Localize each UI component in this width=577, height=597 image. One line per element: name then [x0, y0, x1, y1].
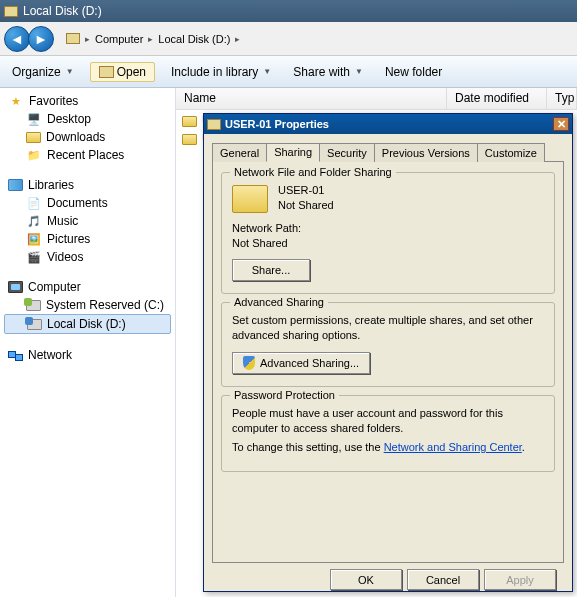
sidebar-computer[interactable]: Computer	[0, 278, 175, 296]
back-button[interactable]: ◄	[4, 26, 30, 52]
folder-icon	[232, 185, 268, 213]
toolbar: Organize▼ Open Include in library▼ Share…	[0, 56, 577, 88]
sidebar-downloads[interactable]: Downloads	[0, 128, 175, 146]
sidebar-videos[interactable]: 🎬Videos	[0, 248, 175, 266]
tab-previous-versions[interactable]: Previous Versions	[374, 143, 478, 162]
share-name: USER-01	[278, 183, 334, 198]
fieldset-advanced-sharing: Advanced Sharing Set custom permissions,…	[221, 302, 555, 388]
sidebar-favorites[interactable]: ★Favorites	[0, 92, 175, 110]
sidebar-desktop[interactable]: 🖥️Desktop	[0, 110, 175, 128]
col-type[interactable]: Typ	[547, 88, 577, 109]
shield-icon	[243, 356, 255, 370]
sidebar-documents[interactable]: 📄Documents	[0, 194, 175, 212]
window-titlebar: Local Disk (D:)	[0, 0, 577, 22]
advanced-sharing-desc: Set custom permissions, create multiple …	[232, 313, 544, 343]
cancel-button[interactable]: Cancel	[407, 569, 479, 590]
fieldset-legend: Advanced Sharing	[230, 296, 328, 308]
share-status: Not Shared	[278, 198, 334, 213]
fieldset-legend: Password Protection	[230, 389, 339, 401]
tab-customize[interactable]: Customize	[477, 143, 545, 162]
breadcrumb[interactable]: ▸ Computer ▸ Local Disk (D:) ▸	[62, 31, 246, 47]
network-path-label: Network Path:	[232, 221, 544, 236]
password-desc-1: People must have a user account and pass…	[232, 406, 544, 436]
forward-button[interactable]: ►	[28, 26, 54, 52]
fieldset-legend: Network File and Folder Sharing	[230, 166, 396, 178]
nav-row: ◄ ► ▸ Computer ▸ Local Disk (D:) ▸	[0, 22, 577, 56]
sidebar-recent[interactable]: 📁Recent Places	[0, 146, 175, 164]
folder-icon	[4, 6, 18, 17]
breadcrumb-root[interactable]: Computer	[95, 33, 143, 45]
folder-icon	[99, 66, 114, 78]
ok-button[interactable]: OK	[330, 569, 402, 590]
tab-strip: General Sharing Security Previous Versio…	[212, 143, 564, 162]
window-title: Local Disk (D:)	[23, 4, 102, 18]
breadcrumb-loc[interactable]: Local Disk (D:)	[158, 33, 230, 45]
tab-sharing[interactable]: Sharing	[266, 143, 320, 162]
col-date[interactable]: Date modified	[447, 88, 547, 109]
share-with-button[interactable]: Share with▼	[287, 62, 369, 82]
close-button[interactable]: ✕	[553, 117, 569, 131]
sidebar-pictures[interactable]: 🖼️Pictures	[0, 230, 175, 248]
fieldset-password-protection: Password Protection People must have a u…	[221, 395, 555, 472]
nav-sidebar: ★Favorites 🖥️Desktop Downloads 📁Recent P…	[0, 88, 176, 597]
network-sharing-center-link[interactable]: Network and Sharing Center	[384, 441, 522, 453]
col-name[interactable]: Name	[176, 88, 447, 109]
include-library-button[interactable]: Include in library▼	[165, 62, 277, 82]
password-desc-2: To change this setting, use the Network …	[232, 440, 544, 455]
sidebar-network[interactable]: Network	[0, 346, 175, 364]
dialog-button-row: OK Cancel Apply	[212, 563, 564, 590]
share-button[interactable]: Share...	[232, 259, 310, 281]
advanced-sharing-button[interactable]: Advanced Sharing...	[232, 352, 370, 374]
folder-icon	[66, 33, 80, 44]
dialog-titlebar: USER-01 Properties ✕	[204, 114, 572, 134]
network-path-value: Not Shared	[232, 236, 544, 251]
folder-icon	[207, 119, 221, 130]
column-headers: Name Date modified Typ	[176, 88, 577, 110]
dialog-title: USER-01 Properties	[225, 118, 329, 130]
tab-security[interactable]: Security	[319, 143, 375, 162]
new-folder-button[interactable]: New folder	[379, 62, 448, 82]
organize-button[interactable]: Organize▼	[6, 62, 80, 82]
sidebar-local-disk-d[interactable]: Local Disk (D:)	[4, 314, 171, 334]
sidebar-libraries[interactable]: Libraries	[0, 176, 175, 194]
tab-general[interactable]: General	[212, 143, 267, 162]
sidebar-music[interactable]: 🎵Music	[0, 212, 175, 230]
fieldset-network-sharing: Network File and Folder Sharing USER-01 …	[221, 172, 555, 294]
tab-panel-sharing: Network File and Folder Sharing USER-01 …	[212, 161, 564, 563]
sidebar-system-reserved[interactable]: System Reserved (C:)	[0, 296, 175, 314]
apply-button[interactable]: Apply	[484, 569, 556, 590]
open-button[interactable]: Open	[90, 62, 155, 82]
properties-dialog: USER-01 Properties ✕ General Sharing Sec…	[203, 113, 573, 592]
